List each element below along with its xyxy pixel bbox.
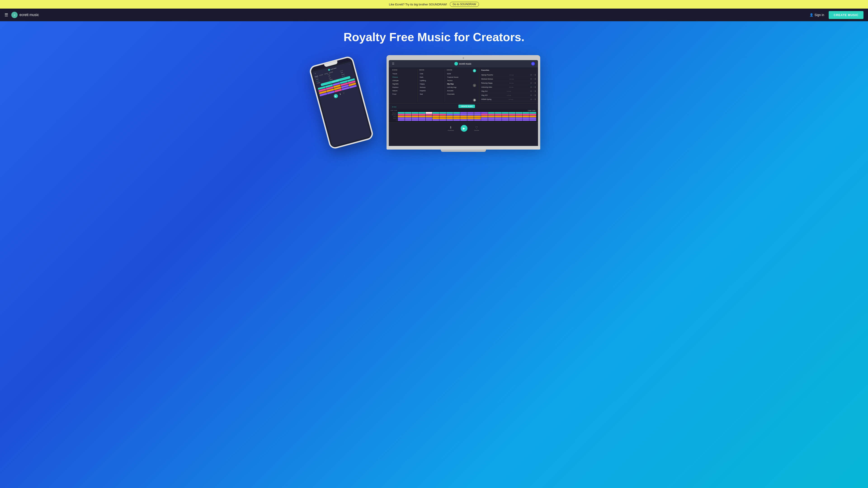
filter-cinematic[interactable]: Cinematic — [447, 92, 470, 96]
laptop-mockup: ☰ ecrett music U — [386, 55, 540, 152]
phone-screen: ☰ ecrett music ··· Create SCENE MOOD GEN… — [311, 60, 373, 148]
track-label-0: Melody 2 — [391, 112, 397, 113]
laptop-stand — [441, 150, 486, 152]
fav-name-7: GRWM Spring — [481, 98, 491, 100]
waveform-track-4: Hi — [391, 119, 536, 121]
phone-logo-text: ecrett music — [331, 67, 337, 70]
filter-food[interactable]: Food — [392, 92, 415, 96]
phone-download-icon[interactable]: ⬇ — [339, 93, 342, 97]
app-create-music-button[interactable]: CREATE MUSIC — [458, 105, 475, 108]
sign-in-button[interactable]: 👤 Sign in — [809, 13, 824, 17]
fav-delete-icon-5[interactable]: 🗑 — [534, 90, 536, 92]
filter-fashion[interactable]: Fashion — [392, 86, 415, 89]
logo[interactable]: ♪ ecrett music — [11, 12, 39, 18]
filter-acoustic[interactable]: Acoustic — [447, 89, 470, 92]
track-block-1-8 — [453, 114, 460, 116]
filter-sad[interactable]: Sad — [419, 92, 443, 96]
app-logo-icon — [454, 62, 458, 66]
fav-time-5: 2:0 min — [507, 91, 511, 92]
track-block-1-11 — [474, 114, 481, 116]
add-filter-button[interactable]: + — [473, 69, 476, 72]
filter-serious[interactable]: Serious — [419, 86, 443, 89]
fav-add-icon-7[interactable]: + — [532, 98, 534, 100]
track-block-1-14 — [495, 114, 502, 116]
track-block-2-11 — [474, 116, 481, 117]
fav-delete-icon-7[interactable]: 🗑 — [534, 98, 536, 100]
fav-add-icon-2[interactable]: + — [532, 78, 534, 80]
fav-add-icon[interactable]: + — [532, 74, 534, 76]
fav-add-icon-4[interactable]: + — [532, 86, 534, 88]
fav-delete-icon-6[interactable]: 🗑 — [534, 94, 536, 96]
track-block-3-17 — [516, 118, 522, 119]
download-button[interactable]: ⬇ Download — [448, 126, 454, 131]
track-block-2-2 — [412, 116, 418, 117]
track-block-3-14 — [495, 118, 502, 119]
waveform-track-2: Bass 3 — [391, 116, 536, 117]
track-block-2-16 — [509, 116, 516, 117]
track-block-4-12 — [481, 119, 488, 121]
filter-techno[interactable]: Techno — [447, 79, 470, 82]
track-block-2-15 — [502, 116, 508, 117]
phone-favorite-icon[interactable]: ♡ — [342, 92, 345, 96]
filter-uplifting[interactable]: Uplifting — [419, 79, 443, 82]
fav-add-icon-3[interactable]: + — [532, 82, 534, 84]
app-hamburger-icon[interactable]: ☰ — [392, 62, 395, 65]
filter-nature[interactable]: Nature — [392, 89, 415, 92]
fav-add-icon-5[interactable]: + — [532, 90, 534, 92]
filter-mood-col: MOOD Chill Dark Uplifting Happy Serious … — [418, 69, 444, 102]
create-music-button[interactable]: CREATE MUSIC — [829, 11, 864, 19]
hamburger-icon[interactable]: ☰ — [4, 12, 8, 18]
track-block-2-0 — [398, 116, 405, 117]
fav-delete-icon-3[interactable]: 🗑 — [534, 82, 536, 84]
navbar: ☰ ♪ ecrett music 👤 Sign in CREATE MUSIC — [0, 8, 868, 21]
favorite-button[interactable]: ♡ Favorite — [474, 126, 479, 131]
filter-travel[interactable]: Travel — [392, 72, 415, 75]
app-main-area: SCENE Travel Fitness Lifestyle Nightlife… — [389, 67, 538, 103]
filter-hopeful[interactable]: Hopeful — [419, 89, 443, 92]
fav-grid-icon-5[interactable]: ⊞ — [530, 90, 532, 92]
play-button[interactable]: ▶ — [461, 125, 467, 132]
track-block-0-3 — [418, 112, 426, 113]
track-block-3-2 — [412, 118, 418, 119]
track-block-3-11 — [474, 118, 481, 119]
app-favorites-panel: Favorites Hiphop-Powerful 2:0 min ⊞ + 🗑 — [479, 67, 538, 103]
track-blocks-1 — [398, 114, 536, 116]
filter-lifestyle[interactable]: Lifestyle — [392, 79, 415, 82]
fav-grid-icon-3[interactable]: ⊞ — [530, 82, 532, 84]
filter-fitness[interactable]: Fitness — [392, 75, 415, 79]
track-block-4-4 — [426, 119, 432, 121]
fav-delete-icon[interactable]: 🗑 — [534, 74, 536, 76]
fav-delete-icon-2[interactable]: 🗑 — [534, 78, 536, 80]
select-all-label[interactable]: all view — [392, 106, 397, 107]
filter-happy[interactable]: Happy — [419, 82, 443, 86]
fav-grid-icon-2[interactable]: ⊞ — [530, 78, 532, 80]
track-block-4-19 — [529, 119, 536, 121]
filter-chill[interactable]: Chill — [419, 72, 443, 75]
fav-delete-icon-4[interactable]: 🗑 — [534, 86, 536, 88]
fav-grid-icon-7[interactable]: ⊞ — [530, 98, 532, 100]
track-block-2-5 — [432, 116, 439, 117]
laptop-camera — [463, 57, 464, 59]
waveform-track-1: Backing 1 — [391, 114, 536, 116]
fav-grid-icon-6[interactable]: ⊞ — [530, 94, 532, 96]
fav-grid-icon-4[interactable]: ⊞ — [530, 86, 532, 88]
devices-container: ☰ ecrett music ··· Create SCENE MOOD GEN… — [332, 55, 536, 173]
filter-lofi[interactable]: Lofi Hip Hop — [447, 86, 470, 89]
track-block-3-18 — [523, 118, 529, 119]
fav-add-icon-6[interactable]: + — [532, 94, 534, 96]
track-block-1-13 — [488, 114, 495, 116]
track-block-4-15 — [502, 119, 508, 121]
track-block-0-14 — [495, 112, 502, 113]
filter-tropical-house[interactable]: Tropical House — [447, 75, 470, 79]
filter-edm[interactable]: EDM — [447, 72, 470, 75]
filter-option-button[interactable]: ⚙ — [473, 98, 476, 102]
filter-dark[interactable]: Dark — [419, 75, 443, 79]
filter-nightlife[interactable]: Nightlife — [392, 82, 415, 86]
fav-grid-icon[interactable]: ⊞ — [530, 74, 532, 76]
soundraw-button[interactable]: Go to SOUNDRAW — [450, 2, 479, 7]
filter-hiphop[interactable]: Hip Hop — [447, 82, 470, 86]
track-block-3-8 — [453, 118, 460, 119]
phone-play-button[interactable]: ▶ — [333, 94, 338, 98]
track-block-1-4 — [426, 114, 432, 116]
remove-filter-button[interactable]: - — [473, 84, 476, 87]
